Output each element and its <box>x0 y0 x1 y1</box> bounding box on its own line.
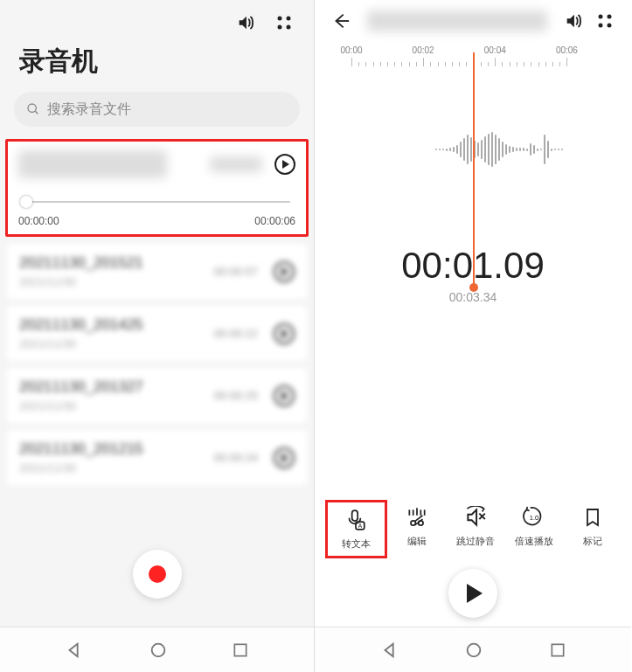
svg-text:A: A <box>358 523 363 529</box>
svg-line-5 <box>35 111 38 114</box>
home-nav-icon[interactable] <box>464 641 483 660</box>
bookmark-icon <box>580 505 605 530</box>
svg-rect-13 <box>352 510 358 521</box>
play-icon[interactable] <box>274 154 295 175</box>
recording-duration: 00:00:24 <box>213 451 258 464</box>
selected-recording-card[interactable]: 00:00:00 00:00:06 <box>5 139 309 237</box>
recording-duration: 00:00:22 <box>213 327 258 340</box>
speed-button[interactable]: 1.0 倍速播放 <box>505 500 562 558</box>
play-icon[interactable] <box>274 261 295 282</box>
svg-point-6 <box>151 643 164 656</box>
svg-point-0 <box>278 17 282 21</box>
recording-date: 2021/11/30 <box>19 337 143 350</box>
tool-label: 编辑 <box>407 535 427 548</box>
tool-label: 倍速播放 <box>515 535 553 548</box>
recent-nav-icon[interactable] <box>232 641 249 659</box>
svg-point-28 <box>468 643 481 656</box>
record-button[interactable] <box>133 550 182 599</box>
svg-point-21 <box>411 521 415 525</box>
search-icon <box>26 102 40 116</box>
more-icon[interactable] <box>594 10 615 31</box>
progress-slider[interactable] <box>18 194 295 210</box>
mute-skip-icon <box>463 505 488 530</box>
list-item[interactable]: 20211130_2013272021/11/30 00:00:25 <box>7 368 307 423</box>
back-button[interactable] <box>330 10 351 31</box>
volume-icon[interactable] <box>563 10 584 31</box>
tool-label: 跳过静音 <box>456 535 495 548</box>
home-nav-icon[interactable] <box>149 641 168 660</box>
recording-name: 20211130_201521 <box>19 254 143 272</box>
back-nav-icon[interactable] <box>65 641 84 660</box>
svg-point-9 <box>599 15 603 19</box>
svg-point-2 <box>278 25 282 30</box>
back-nav-icon[interactable] <box>380 641 399 660</box>
svg-point-11 <box>599 24 603 28</box>
svg-point-10 <box>608 15 612 19</box>
play-button[interactable] <box>448 569 497 618</box>
edit-icon <box>405 505 429 530</box>
svg-rect-29 <box>552 644 563 655</box>
svg-point-3 <box>287 25 291 30</box>
search-input[interactable]: 搜索录音文件 <box>14 92 300 127</box>
list-item[interactable]: 20211130_2014252021/11/30 00:00:22 <box>7 306 307 361</box>
page-title: 录音机 <box>0 40 314 92</box>
record-dot-icon <box>149 565 166 583</box>
play-icon <box>467 584 483 603</box>
play-icon[interactable] <box>274 323 295 344</box>
recordings-list: 20211130_2015212021/11/30 00:00:57 20211… <box>0 244 314 485</box>
svg-point-4 <box>28 104 36 112</box>
playback-screen: 00:0000:0200:0400:06 00:01.09 00:03.34 A… <box>315 0 631 672</box>
transcribe-button[interactable]: A 转文本 <box>325 500 387 558</box>
playback-title-redacted <box>367 10 547 31</box>
recording-duration-redacted <box>210 156 262 172</box>
recorder-list-screen: 录音机 搜索录音文件 00:00:00 00:00:06 20211130_20… <box>0 0 315 672</box>
svg-point-1 <box>287 17 291 21</box>
recording-name: 20211130_201327 <box>19 378 143 396</box>
recording-date: 2021/11/30 <box>19 399 143 412</box>
svg-rect-7 <box>235 644 247 655</box>
svg-point-12 <box>608 24 612 28</box>
total-duration: 00:00:06 <box>254 215 295 227</box>
transcribe-icon: A <box>344 508 368 532</box>
current-position: 00:00:00 <box>18 215 59 227</box>
android-nav-bar <box>0 627 314 672</box>
list-item[interactable]: 20211130_2015212021/11/30 00:00:57 <box>7 244 307 299</box>
recent-nav-icon[interactable] <box>549 641 566 659</box>
bookmark-button[interactable]: 标记 <box>564 500 621 558</box>
left-top-bar <box>0 0 314 40</box>
more-icon[interactable] <box>274 12 295 33</box>
tool-label: 标记 <box>583 535 602 548</box>
right-top-bar <box>315 0 631 40</box>
recording-date: 2021/11/30 <box>19 461 143 475</box>
playhead-indicator[interactable] <box>473 52 475 288</box>
search-placeholder: 搜索录音文件 <box>47 100 131 119</box>
edit-button[interactable]: 编辑 <box>389 500 446 558</box>
total-time: 00:03.34 <box>315 290 631 304</box>
list-item[interactable]: 20211130_2012152021/11/30 00:00:24 <box>7 430 307 485</box>
tool-label: 转文本 <box>342 537 371 551</box>
speed-icon: 1.0 <box>522 505 546 530</box>
svg-text:1.0: 1.0 <box>530 514 539 522</box>
volume-icon[interactable] <box>235 12 256 33</box>
play-icon[interactable] <box>274 385 295 406</box>
recording-name: 20211130_201215 <box>19 440 143 458</box>
tool-bar: A 转文本 编辑 跳过静音 1.0 倍速播放 标记 <box>315 500 631 558</box>
skip-silence-button[interactable]: 跳过静音 <box>448 500 504 558</box>
recording-date: 2021/11/30 <box>19 275 143 288</box>
android-nav-bar <box>315 627 631 672</box>
play-icon[interactable] <box>274 447 295 468</box>
recording-duration: 00:00:57 <box>213 265 258 278</box>
recording-name: 20211130_201425 <box>19 316 143 334</box>
recording-duration: 00:00:25 <box>213 389 258 402</box>
recording-title-redacted <box>18 150 167 178</box>
